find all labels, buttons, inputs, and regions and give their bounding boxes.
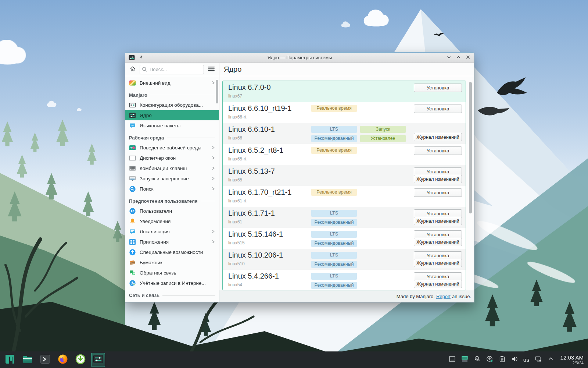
terminal-launcher[interactable]: [38, 353, 52, 367]
kernel-icon: [129, 112, 136, 119]
kernel-row[interactable]: Linux 5.4.266-1linux54LTSРекомендованный…: [223, 270, 466, 290]
footer-text: Made by Manjaro.: [397, 294, 435, 299]
expand-tray[interactable]: [547, 356, 555, 364]
changelog-button[interactable]: Журнал изменений: [414, 259, 462, 267]
sidebar-item-workspace-behavior[interactable]: Поведение рабочей среды: [125, 142, 219, 153]
sidebar-scrollbar[interactable]: [216, 80, 218, 103]
virtual-desktop-pager[interactable]: [461, 356, 469, 364]
sidebar: Внешний видManjaroКонфигурация оборудова…: [125, 63, 219, 302]
home-button[interactable]: [128, 65, 137, 74]
kernel-row[interactable]: Linux 6.1.71-1linux61LTSРекомендованныйУ…: [223, 207, 466, 228]
sidebar-item-shortcuts[interactable]: Комбинации клавиш: [125, 163, 219, 173]
report-issue-link[interactable]: Report: [436, 294, 451, 299]
minimize-button[interactable]: [446, 55, 452, 61]
file-manager-launcher[interactable]: [21, 353, 35, 367]
kernel-id: linux510: [228, 261, 245, 266]
sidebar-item-wallet[interactable]: Бумажник: [125, 257, 219, 268]
sidebar-item-accessibility[interactable]: Специальные возможности: [125, 247, 219, 257]
package-manager-launcher[interactable]: [74, 353, 87, 367]
kernel-id: linux54: [228, 282, 242, 287]
sidebar-item-hardware-config[interactable]: Конфигурация оборудова...: [125, 100, 219, 110]
sidebar-item-notifications[interactable]: Уведомления: [125, 216, 219, 226]
kernel-name: Linux 6.1.71-1: [228, 209, 275, 217]
changelog-button[interactable]: Журнал изменений: [414, 133, 462, 141]
file-manager-icon: [22, 354, 33, 366]
kernel-row[interactable]: Linux 6.7.0-0linux67Установка: [223, 81, 466, 102]
desktop: Ядро — Параметры системы Внешний видManj…: [0, 0, 588, 368]
close-button[interactable]: [465, 55, 471, 61]
network-tray[interactable]: [534, 356, 542, 364]
sidebar-item-label: Обратная связь: [140, 270, 176, 276]
kernel-row[interactable]: Linux 6.5.13-7linux65УстановкаЖурнал изм…: [223, 165, 466, 186]
kernel-list-scrollbar[interactable]: [469, 81, 472, 290]
feedback-icon: [129, 269, 136, 276]
kernel-id: linux65-rt: [228, 156, 246, 162]
hamburger-menu-button[interactable]: [206, 65, 216, 74]
sidebar-item-partial[interactable]: [125, 300, 219, 302]
kernel-row[interactable]: Linux 5.15.146-1linux515LTSРекомендованн…: [223, 228, 466, 249]
firefox-launcher[interactable]: [56, 353, 70, 367]
show-desktop-icon: [448, 355, 456, 364]
kernel-row[interactable]: Linux 5.10.206-1linux510LTSРекомендованн…: [223, 249, 466, 270]
system-settings-window: Ядро — Параметры системы Внешний видManj…: [125, 52, 474, 302]
kernel-row[interactable]: Linux 6.6.10_rt19-1linux66-rtРеальное вр…: [223, 102, 466, 123]
sidebar-item-label: Запуск и завершение: [140, 176, 189, 181]
sidebar-item-localization[interactable]: Локализация: [125, 226, 219, 237]
search-input[interactable]: [140, 65, 204, 74]
accessibility-icon: [129, 249, 136, 256]
footer-bar: Made by Manjaro. Report an issue.: [219, 290, 474, 302]
notifications-muted-tray[interactable]: [473, 356, 481, 364]
app-launcher-manjaro[interactable]: [3, 353, 17, 367]
sidebar-item-window-manager[interactable]: Диспетчер окон: [125, 153, 219, 163]
scrollbar-thumb[interactable]: [469, 82, 472, 213]
install-button[interactable]: Установка: [414, 146, 462, 155]
sidebar-item-kernel[interactable]: Ядро: [125, 110, 219, 120]
clock[interactable]: 12:03 AM 2/3/24: [560, 354, 584, 365]
sidebar-item-search-blue[interactable]: Поиск: [125, 184, 219, 194]
sidebar-item-applications[interactable]: Приложения: [125, 237, 219, 247]
sidebar-item-language-packs[interactable]: Языковые пакеты: [125, 120, 219, 131]
titlebar[interactable]: Ядро — Параметры системы: [125, 53, 474, 63]
firefox-icon: [57, 354, 68, 366]
clipboard-tray[interactable]: [498, 356, 506, 364]
kernel-badge: LTS: [311, 273, 357, 280]
volume-tray[interactable]: [511, 356, 519, 364]
kernel-name: Linux 5.15.146-1: [228, 230, 283, 238]
changelog-button[interactable]: Журнал изменений: [414, 217, 462, 225]
changelog-button[interactable]: Журнал изменений: [414, 175, 462, 183]
search-box: [140, 65, 204, 74]
chevron-right-icon: [211, 240, 215, 244]
startup-shutdown-icon: [129, 175, 136, 182]
show-desktop-tray[interactable]: [448, 356, 456, 364]
keyboard-layout-tray[interactable]: us: [523, 357, 530, 363]
package-manager-icon: [75, 354, 86, 366]
sidebar-item-appearance[interactable]: Внешний вид: [125, 78, 219, 88]
footer-text-suffix: an issue.: [452, 294, 471, 299]
install-button[interactable]: Установка: [414, 105, 462, 113]
install-button[interactable]: Установка: [414, 84, 462, 92]
sidebar-item-label: Языковые пакеты: [140, 123, 180, 128]
kernel-badge: Реальное время: [311, 147, 357, 154]
app-icon: [129, 54, 135, 61]
install-button[interactable]: Установка: [414, 188, 462, 197]
shortcuts-icon: [129, 165, 136, 172]
kernel-row[interactable]: Linux 6.6.10-1linux66LTSРекомендованныйЗ…: [223, 123, 466, 144]
system-settings-task[interactable]: [91, 353, 105, 367]
kernel-badge: Рекомендованный: [311, 240, 357, 247]
kernel-row[interactable]: Linux 6.1.70_rt21-1linux61-rtРеальное вр…: [223, 186, 466, 207]
sidebar-item-online-accounts[interactable]: Учётные записи в Интерне...: [125, 278, 219, 288]
sidebar-item-users[interactable]: Пользователи: [125, 206, 219, 216]
kernel-badge: LTS: [311, 210, 357, 217]
workspace-behavior-icon: [129, 144, 136, 151]
changelog-button[interactable]: Журнал изменений: [414, 280, 462, 288]
sidebar-item-feedback[interactable]: Обратная связь: [125, 268, 219, 278]
kernel-row[interactable]: Linux 6.5.2_rt8-1linux65-rtРеальное врем…: [223, 144, 466, 165]
chevron-right-icon: [211, 156, 215, 160]
maximize-button[interactable]: [455, 55, 461, 61]
updates-tray[interactable]: [486, 356, 494, 364]
applications-icon: [129, 238, 136, 245]
changelog-button[interactable]: Журнал изменений: [414, 238, 462, 246]
pin-icon[interactable]: [138, 55, 143, 60]
sidebar-item-startup-shutdown[interactable]: Запуск и завершение: [125, 173, 219, 184]
taskbar: us 12:03 AM 2/3/24: [0, 351, 588, 368]
